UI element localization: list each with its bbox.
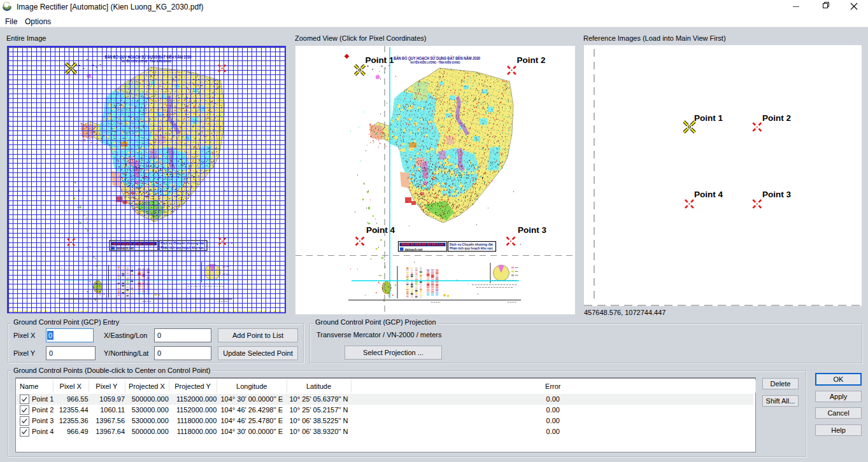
svg-text:Point 3: Point 3 [762,190,791,199]
svg-text:Point 2: Point 2 [762,113,791,123]
svg-text:Point 1: Point 1 [366,55,394,65]
svg-text:Point 2: Point 2 [517,55,546,65]
svg-text:Point 1: Point 1 [694,113,723,123]
svg-text:Point 4: Point 4 [366,225,395,235]
svg-text:Point 4: Point 4 [694,190,723,199]
svg-text:Point 3: Point 3 [518,225,546,235]
